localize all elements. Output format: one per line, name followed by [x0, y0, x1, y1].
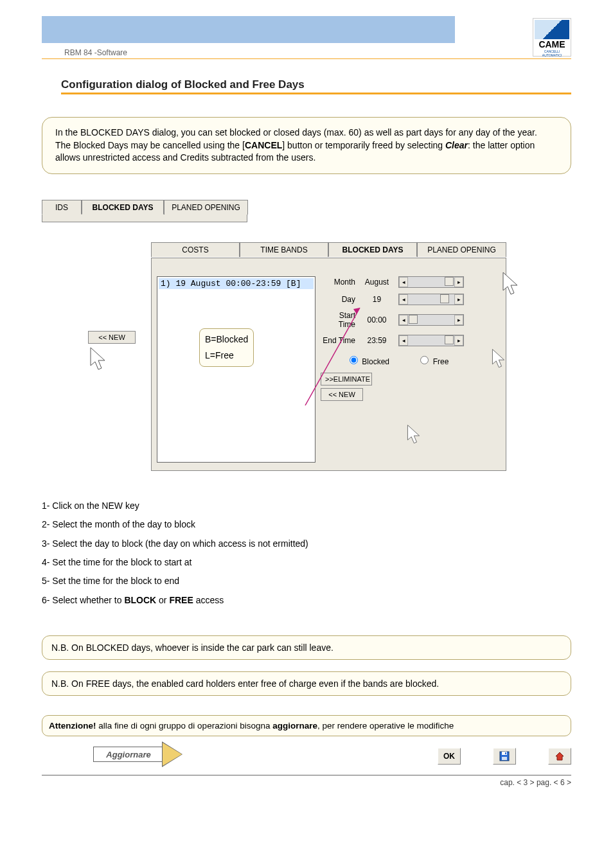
warning-box: Attenzione! alla fine di ogni gruppo di … — [42, 715, 571, 736]
intro-p2c: ] button or temporarily freed by selecti… — [282, 140, 443, 150]
tab-ids[interactable]: IDS — [42, 200, 82, 215]
step-1: 1- Click on the NEW key — [42, 497, 571, 515]
start-label: Start Time — [321, 311, 359, 329]
step-2: 2- Select the month of the day to block — [42, 515, 571, 534]
tab-blocked-days-2[interactable]: BLOCKED DAYS — [328, 242, 417, 257]
intro-p1: In the BLOCKED DAYS dialog, you can set … — [55, 127, 537, 137]
step-5: 5- Set the time for the block to end — [42, 572, 571, 590]
update-button[interactable]: Aggiornare — [93, 747, 196, 766]
scroll-right-icon[interactable]: ▸ — [454, 277, 463, 287]
step-4: 4- Set the time for the block to start a… — [42, 553, 571, 572]
legend-box: B=Blocked L=Free — [199, 328, 254, 367]
logo-sub: CANCELLI AUTOMATICI — [535, 49, 569, 57]
tab-time-bands[interactable]: TIME BANDS — [240, 242, 328, 257]
home-icon-button[interactable] — [548, 748, 571, 765]
button-row: Aggiornare OK — [42, 744, 571, 775]
start-scroll[interactable]: ◂ ▸ — [398, 314, 464, 326]
radio-free-input[interactable] — [420, 356, 429, 364]
title-underline — [61, 93, 571, 94]
dialog-1: IDS BLOCKED DAYS PLANED OPENING — [42, 200, 247, 222]
month-scroll[interactable]: ◂ ▸ — [398, 276, 464, 288]
scroll-right-icon[interactable]: ▸ — [454, 294, 463, 305]
scroll-left-icon[interactable]: ◂ — [399, 277, 408, 287]
home-icon — [555, 751, 565, 761]
page-footer: cap. < 3 > pag. < 6 > — [42, 775, 571, 787]
end-label: End Time — [321, 336, 359, 345]
steps-list: 1- Click on the NEW key 2- Select the mo… — [42, 497, 571, 610]
save-icon-button[interactable] — [493, 748, 516, 765]
scroll-left-icon[interactable]: ◂ — [399, 294, 408, 305]
radio-blocked[interactable]: Blocked — [346, 357, 389, 366]
cursor-icon — [405, 424, 425, 451]
intro-cancel: CANCEL — [245, 140, 282, 150]
doc-title: RBM 84 -Software — [42, 48, 571, 59]
cursor-icon — [490, 348, 510, 375]
month-value: August — [359, 278, 395, 287]
logo: CAME CANCELLI AUTOMATICI — [533, 18, 571, 57]
day-scroll[interactable]: ◂ ▸ — [398, 294, 464, 305]
step-3: 3- Select the day to block (the day on w… — [42, 535, 571, 553]
month-label: Month — [321, 278, 359, 287]
radio-blocked-input[interactable] — [350, 356, 358, 364]
intro-clear: Clear — [445, 140, 468, 150]
intro-box: In the BLOCKED DAYS dialog, you can set … — [42, 117, 571, 174]
tab-costs[interactable]: COSTS — [151, 242, 240, 257]
floppy-icon — [499, 751, 510, 761]
new-button-callout: << NEW — [88, 328, 136, 378]
scroll-right-icon[interactable]: ▸ — [454, 315, 463, 325]
ok-button[interactable]: OK — [438, 748, 461, 765]
logo-brand: CAME — [535, 39, 569, 49]
day-value: 19 — [359, 295, 395, 304]
scroll-right-icon[interactable]: ▸ — [454, 335, 463, 346]
blocked-days-list[interactable]: 1) 19 August 00:00-23:59 [B] — [157, 276, 315, 463]
config-panel: Month August ◂ ▸ Day 19 ◂ ▸ — [321, 276, 497, 403]
cursor-icon — [501, 271, 524, 303]
scroll-left-icon[interactable]: ◂ — [399, 335, 408, 346]
new-button-1[interactable]: << NEW — [88, 331, 136, 344]
intro-p2a: The Blocked Days may be cancelled using … — [55, 140, 245, 150]
svg-rect-5 — [505, 752, 506, 754]
eliminate-button[interactable]: >>ELIMINATE — [321, 373, 372, 385]
scroll-left-icon[interactable]: ◂ — [399, 315, 408, 325]
list-entry-1[interactable]: 1) 19 August 00:00-23:59 [B] — [159, 278, 314, 289]
note-blocked: N.B. On BLOCKED days, whoever is inside … — [42, 635, 571, 660]
radio-free[interactable]: Free — [417, 357, 449, 366]
svg-rect-4 — [502, 757, 507, 760]
svg-marker-6 — [556, 752, 564, 760]
end-scroll[interactable]: ◂ ▸ — [398, 335, 464, 346]
tab-blocked-days-1[interactable]: BLOCKED DAYS — [82, 200, 164, 215]
tab-planed-opening-2[interactable]: PLANED OPENING — [417, 242, 506, 257]
new-button-2[interactable]: << NEW — [321, 388, 363, 401]
cursor-icon — [88, 346, 111, 376]
dialog-illustration: IDS BLOCKED DAYS PLANED OPENING << NEW C… — [42, 200, 571, 471]
step-6: 6- Select whether to BLOCK or FREE acces… — [42, 591, 571, 610]
section-title: Configuration dialog of Blocked and Free… — [61, 78, 571, 91]
top-bar — [42, 16, 455, 43]
tab-planed-opening-1[interactable]: PLANED OPENING — [164, 200, 248, 215]
update-label: Aggiornare — [93, 747, 164, 762]
legend-free: L=Free — [205, 348, 248, 364]
legend-blocked: B=Blocked — [205, 332, 248, 348]
note-free: N.B. On FREE days, the enabled card hold… — [42, 671, 571, 696]
day-label: Day — [321, 295, 359, 304]
start-value: 00:00 — [359, 315, 395, 324]
end-value: 23:59 — [359, 336, 395, 345]
